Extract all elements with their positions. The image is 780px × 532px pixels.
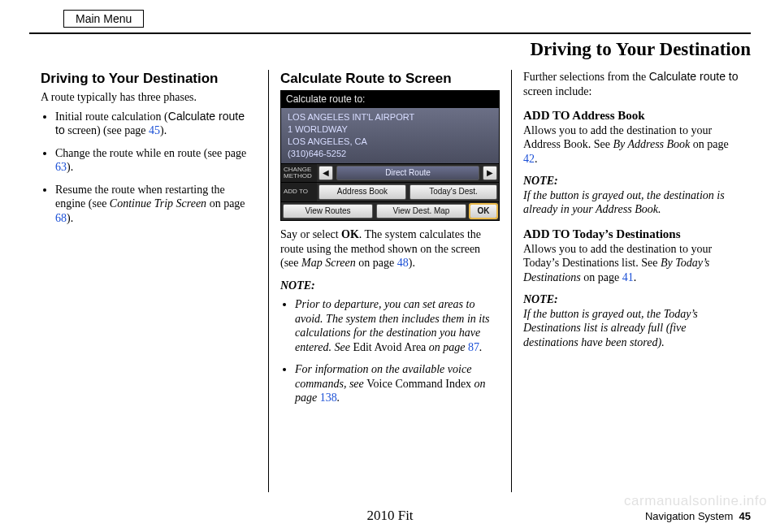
watermark: carmanualsonline.info xyxy=(624,493,767,509)
addto-today-head: ADD TO Today’s Destinations xyxy=(523,227,739,242)
addto-addressbook-head: ADD TO Address Book xyxy=(523,108,739,123)
footer-section: Navigation System xyxy=(645,510,733,522)
nav-address: LOS ANGELES INT'L AIRPORT 1 WORLDWAY LOS… xyxy=(281,108,499,162)
col2-notes: Prior to departure, you can set areas to… xyxy=(280,297,500,405)
list-item: Prior to departure, you can set areas to… xyxy=(295,297,500,354)
text-italic: Map Screen xyxy=(301,257,356,269)
text: . xyxy=(535,153,538,165)
text: Change the route while en route (see pag… xyxy=(55,147,246,159)
text: Edit Avoid Area xyxy=(353,341,426,353)
header-rule xyxy=(29,32,751,34)
text: . xyxy=(337,391,340,404)
text: Initial route calculation ( xyxy=(55,110,168,123)
nav-label-change: CHANGE METHOD xyxy=(281,164,317,183)
page-link[interactable]: 45 xyxy=(149,124,160,136)
note-text: If the button is grayed out, the destina… xyxy=(523,188,739,217)
col3-lead: Further selections from the Calculate ro… xyxy=(523,70,739,98)
addto-today-text: Allows you to add the destination to you… xyxy=(523,242,739,285)
footer: 2010 Fit Navigation System 45 xyxy=(0,508,780,524)
nav-label-addto: ADD TO xyxy=(281,183,317,201)
text: ). xyxy=(67,161,73,173)
nav-direct-route[interactable]: Direct Route xyxy=(336,166,479,181)
page-link[interactable]: 48 xyxy=(397,257,409,269)
nav-addr-line: 1 WORLDWAY xyxy=(288,123,492,136)
col2-heading: Calculate Route to Screen xyxy=(280,70,500,87)
nav-todays-dest-button[interactable]: Today's Dest. xyxy=(410,184,497,200)
page-link[interactable]: 87 xyxy=(468,341,479,353)
page-link[interactable]: 41 xyxy=(622,271,634,283)
text-sans: Calculate route to xyxy=(649,70,739,83)
note-label: NOTE: xyxy=(280,279,500,293)
page-title: Driving to Your Destination xyxy=(15,39,751,60)
page-link[interactable]: 42 xyxy=(523,153,535,165)
text-italic: Continue Trip Screen xyxy=(110,197,206,210)
list-item: Change the route while en route (see pag… xyxy=(55,146,257,175)
nav-row-add-to: ADD TO Address Book Today's Dest. xyxy=(281,182,499,201)
text: Further selections from the xyxy=(523,71,649,83)
column-3: Further selections from the Calculate ro… xyxy=(511,70,751,492)
text: on page xyxy=(426,341,468,353)
nav-view-dest-map-button[interactable]: View Dest. Map xyxy=(376,204,466,219)
list-item: Initial route calculation (Calculate rou… xyxy=(55,110,257,138)
text: . xyxy=(634,271,637,283)
text: ). xyxy=(67,212,73,224)
page-link[interactable]: 63 xyxy=(55,161,67,173)
nav-addr-line: LOS ANGELES, CA xyxy=(288,136,492,148)
text: . xyxy=(479,341,483,353)
note-label: NOTE: xyxy=(523,174,739,188)
list-item: For information on the available voice c… xyxy=(295,362,500,405)
column-1: Driving to Your Destination A route typi… xyxy=(29,70,268,492)
footer-model: 2010 Fit xyxy=(270,508,510,524)
nav-view-routes-button[interactable]: View Routes xyxy=(283,204,373,219)
nav-arrow-left[interactable]: ◀ xyxy=(318,166,333,181)
footer-page: 45 xyxy=(739,510,751,522)
nav-row-bottom: View Routes View Dest. Map OK xyxy=(281,201,499,221)
text: ). xyxy=(409,257,415,269)
text: on page xyxy=(581,271,622,283)
text: Voice Command Index xyxy=(366,378,471,390)
nav-address-book-button[interactable]: Address Book xyxy=(318,184,406,200)
list-item: Resume the route when restarting the eng… xyxy=(55,183,257,226)
text: ). xyxy=(160,124,167,136)
text: on page xyxy=(690,138,728,150)
nav-arrow-right[interactable]: ▶ xyxy=(483,166,497,181)
col1-intro: A route typically has three phases. xyxy=(41,90,257,105)
text: Say or select xyxy=(280,228,341,240)
page-link[interactable]: 68 xyxy=(55,212,67,224)
nav-screenshot: Calculate route to: LOS ANGELES INT'L AI… xyxy=(280,90,500,221)
text: on page xyxy=(206,197,245,210)
nav-addr-line: (310)646-5252 xyxy=(288,148,492,160)
col1-heading: Driving to Your Destination xyxy=(41,70,257,87)
note-text: If the button is grayed out, the Today’s… xyxy=(523,307,739,350)
text: screen include: xyxy=(523,85,592,97)
page-link[interactable]: 138 xyxy=(320,391,337,404)
col1-list: Initial route calculation (Calculate rou… xyxy=(41,110,257,226)
col2-after-nav: Say or select OK. The system calculates … xyxy=(280,227,500,270)
text: screen) (see page xyxy=(65,124,149,136)
nav-ok-button[interactable]: OK xyxy=(470,204,497,219)
text: on page xyxy=(356,257,397,269)
content-columns: Driving to Your Destination A route typi… xyxy=(15,70,765,492)
nav-addr-line: LOS ANGELES INT'L AIRPORT xyxy=(288,111,492,123)
addto-addressbook-text: Allows you to add the destination to you… xyxy=(523,123,739,167)
text-italic: By Address Book xyxy=(613,138,690,150)
text-bold: OK xyxy=(341,228,359,240)
note-label: NOTE: xyxy=(523,292,739,307)
nav-row-change-method: CHANGE METHOD ◀ Direct Route ▶ xyxy=(281,163,499,183)
nav-title: Calculate route to: xyxy=(281,91,499,108)
column-2: Calculate Route to Screen Calculate rout… xyxy=(268,70,511,492)
main-menu-button[interactable]: Main Menu xyxy=(63,10,144,28)
